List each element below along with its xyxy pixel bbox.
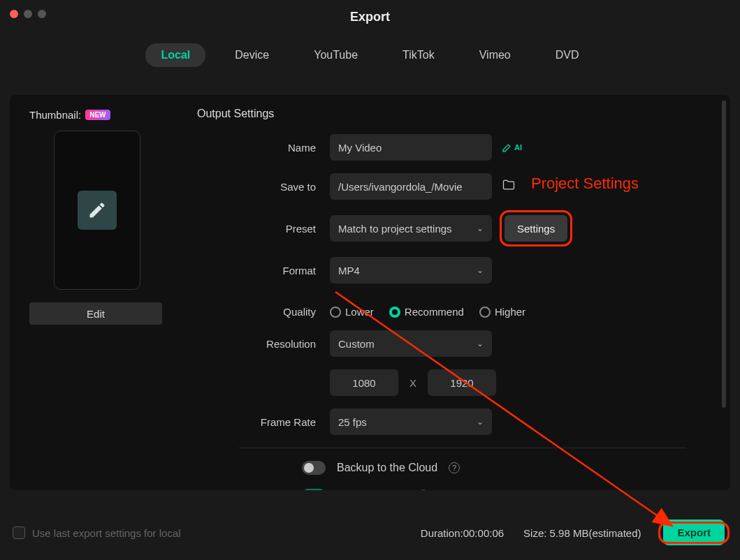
page-title: Export <box>0 10 740 24</box>
framerate-label: Frame Rate <box>197 416 330 428</box>
divider <box>239 448 686 448</box>
scrollbar[interactable] <box>722 101 726 408</box>
use-last-settings-label: Use last export settings for local <box>32 527 181 539</box>
thumbnail-pane: Thumbnail: NEW Edit <box>10 95 184 490</box>
preset-select[interactable]: Match to project settings ⌄ <box>330 215 492 242</box>
backup-cloud-toggle[interactable] <box>302 461 326 475</box>
annotation-settings-outline: Settings <box>502 212 570 244</box>
export-button[interactable]: Export <box>663 520 725 545</box>
auto-highlight-toggle[interactable] <box>302 489 326 490</box>
saveto-label: Save to <box>197 181 330 193</box>
help-icon[interactable]: ? <box>418 489 429 490</box>
chevron-down-icon: ⌄ <box>477 265 484 275</box>
name-input[interactable]: My Video <box>330 134 492 161</box>
format-select[interactable]: MP4 ⌄ <box>330 257 492 283</box>
export-tabs: Local Device YouTube TikTok Vimeo DVD <box>0 43 740 67</box>
quality-higher-radio[interactable]: Higher <box>479 306 525 318</box>
output-settings-heading: Output Settings <box>197 108 718 120</box>
resolution-width-input[interactable]: 1080 <box>330 369 398 396</box>
size-info: Size: 5.98 MB(estimated) <box>523 527 641 539</box>
help-icon[interactable]: ? <box>449 462 460 473</box>
new-badge: NEW <box>85 110 110 120</box>
use-last-settings-checkbox[interactable] <box>13 526 25 539</box>
annotation-export-outline: Export <box>660 524 727 542</box>
duration-info: Duration:00:00:06 <box>421 527 504 539</box>
backup-cloud-label: Backup to the Cloud <box>337 462 437 474</box>
body-area: Thumbnail: NEW Edit Output Settings Name… <box>10 95 730 490</box>
tab-vimeo[interactable]: Vimeo <box>464 43 526 67</box>
tab-local[interactable]: Local <box>145 43 205 67</box>
footer: Use last export settings for local Durat… <box>10 515 730 550</box>
resolution-x-label: X <box>409 377 416 389</box>
chevron-down-icon: ⌄ <box>477 417 484 427</box>
quality-lower-radio[interactable]: Lower <box>330 306 374 318</box>
folder-icon[interactable] <box>502 178 516 195</box>
resolution-height-input[interactable]: 1920 <box>428 369 496 396</box>
tab-device[interactable]: Device <box>219 43 284 67</box>
tab-tiktok[interactable]: TikTok <box>387 43 450 67</box>
edit-thumbnail-button[interactable]: Edit <box>29 302 162 325</box>
name-label: Name <box>197 142 330 154</box>
annotation-project-settings-label: Project Settings <box>531 175 639 193</box>
quality-recommend-radio[interactable]: Recommend <box>389 306 464 318</box>
preset-settings-button[interactable]: Settings <box>505 215 567 242</box>
resolution-select[interactable]: Custom ⌄ <box>330 330 492 357</box>
chevron-down-icon: ⌄ <box>477 339 484 348</box>
tab-youtube[interactable]: YouTube <box>298 43 373 67</box>
format-label: Format <box>197 265 330 277</box>
saveto-input[interactable]: /Users/ivangordola_/Movie <box>330 173 492 200</box>
pencil-icon <box>78 191 117 230</box>
preset-label: Preset <box>197 223 330 235</box>
thumbnail-label: Thumbnail: <box>29 109 81 121</box>
tab-dvd[interactable]: DVD <box>540 43 595 67</box>
thumbnail-preview[interactable] <box>54 131 140 290</box>
quality-label: Quality <box>197 306 330 318</box>
output-settings-pane: Output Settings Name My Video AI Save to… <box>184 95 730 490</box>
framerate-select[interactable]: 25 fps ⌄ <box>330 408 492 435</box>
chevron-down-icon: ⌄ <box>477 223 484 233</box>
auto-highlight-label: Auto Highlight <box>337 489 407 490</box>
resolution-label: Resolution <box>197 338 330 350</box>
ai-name-icon[interactable]: AI <box>502 142 522 153</box>
